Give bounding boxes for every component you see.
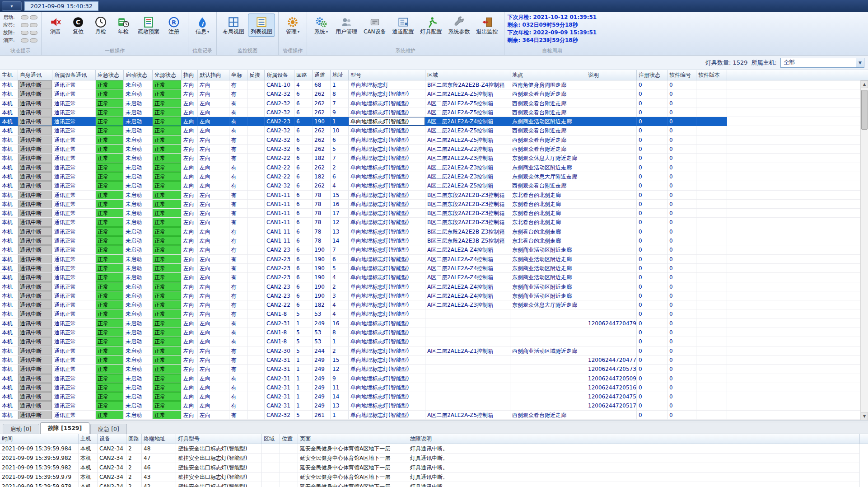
table-row[interactable]: 本机通讯中断通讯正常正常未启动正常左向左向有CAN2-3112499单向地埋标志…	[0, 374, 868, 383]
table-row[interactable]: 本机通讯中断通讯正常正常未启动正常左向左向有CAN2-32626210单向地埋标…	[0, 126, 868, 135]
column-header[interactable]: 回路	[294, 70, 313, 80]
column-header[interactable]: 坐标	[229, 70, 247, 80]
column-header[interactable]: 故障说明	[408, 434, 860, 444]
table-row[interactable]: 本机通讯中断通讯正常正常未启动正常左向左向有CAN1-85538单向地埋标志灯(…	[0, 328, 868, 337]
table-row[interactable]: 本机通讯中断通讯正常正常未启动正常左向左向有CAN1-85531单向地埋标志灯(…	[0, 337, 868, 346]
host-filter-select[interactable]: 全部 ▼	[780, 58, 864, 68]
table-row[interactable]: 本机通讯中断通讯正常正常未启动正常左向左向有CAN2-2361904单向地埋标志…	[0, 273, 868, 282]
table-row[interactable]: 本机通讯中断通讯正常正常未启动正常左向左向有CAN2-31124916单向地埋标…	[0, 319, 868, 328]
app-menu-button[interactable]: ▾	[2, 1, 22, 11]
column-header[interactable]: 页面	[298, 434, 408, 444]
fault-row[interactable]: 2021-09-09 15:39:59.982本机CAN2-34247壁挂安全出…	[0, 454, 868, 463]
column-header[interactable]: 所属设备通讯	[52, 70, 96, 80]
column-header[interactable]: 通道	[313, 70, 331, 80]
toolbar-button-system[interactable]: 系统▾	[310, 14, 332, 37]
column-header[interactable]: 终端地址	[142, 434, 176, 444]
column-header[interactable]: 主机	[0, 70, 18, 80]
fault-row[interactable]: 2021-09-09 15:39:59.982本机CAN2-34246壁挂安全出…	[0, 463, 868, 473]
table-row[interactable]: 本机通讯中断通讯正常正常未启动正常左向左向有CAN2-3262626单向地埋标志…	[0, 136, 868, 145]
toolbar-button-manage[interactable]: 管理▾	[282, 14, 303, 37]
table-row[interactable]: 本机通讯中断通讯正常正常未启动正常左向左向有CAN2-2261824单向地埋标志…	[0, 300, 868, 309]
column-header[interactable]: 区域	[262, 434, 280, 444]
toolbar-button-can-device[interactable]: CAN设备	[361, 14, 389, 37]
column-header[interactable]: 时间	[0, 434, 79, 444]
column-header[interactable]: 自身通讯	[18, 70, 52, 80]
column-header[interactable]: 启动状态	[124, 70, 153, 80]
table-row[interactable]: 本机通讯中断通讯正常正常未启动正常左向左向有CAN2-3262629单向地埋标志…	[0, 108, 868, 117]
toolbar-button-exit-monitor[interactable]: 退出监控	[474, 14, 501, 37]
column-header[interactable]: 软件编号	[667, 70, 696, 80]
table-row[interactable]: 本机通讯中断通讯正常正常未启动正常左向左向有CAN1-1167815单向地埋标志…	[0, 191, 868, 200]
tab-start[interactable]: 启动 [0]	[3, 424, 39, 434]
table-row[interactable]: 本机通讯中断通讯正常正常未启动正常左向左向有CAN2-31124913单向地埋标…	[0, 401, 868, 410]
table-row[interactable]: 本机通讯中断通讯正常正常未启动正常左向左向有CAN2-2262622单向地埋标志…	[0, 163, 868, 172]
table-row[interactable]: 本机通讯中断通讯正常正常未启动正常左向左向有CAN2-2361903单向地埋标志…	[0, 291, 868, 300]
column-header[interactable]: 所属设备	[265, 70, 294, 80]
table-row[interactable]: 本机通讯中断通讯正常正常未启动正常左向左向有CAN1-1167814单向地埋标志…	[0, 236, 868, 245]
table-row[interactable]: 本机通讯中断通讯正常正常未启动正常左向左向有CAN2-31124911单向地埋标…	[0, 383, 868, 392]
table-row[interactable]: 本机通讯中断通讯正常正常未启动正常左向左向有CAN1-1167812单向地埋标志…	[0, 218, 868, 227]
table-row[interactable]: 本机通讯中断通讯正常正常未启动正常左向左向有CAN1-1167817单向地埋标志…	[0, 209, 868, 218]
column-header[interactable]: 注册状态	[637, 70, 667, 80]
column-header[interactable]: 位置	[280, 434, 298, 444]
table-row[interactable]: 本机通讯中断通讯正常正常未启动正常左向左向有CAN2-2361902单向地埋标志…	[0, 282, 868, 291]
column-header[interactable]: 回路	[126, 434, 142, 444]
column-header[interactable]: 软件版本	[696, 70, 727, 80]
scroll-up-icon[interactable]: ▲	[861, 80, 868, 88]
tab-emergency[interactable]: 应急 [0]	[90, 424, 127, 434]
toolbar-button-layout-view[interactable]: 布局视图	[220, 14, 247, 37]
column-header[interactable]: 灯具型号	[176, 434, 262, 444]
fault-row[interactable]: 2021-09-09 15:39:59.979本机CAN2-34243壁挂安全出…	[0, 473, 868, 482]
toolbar-button-lamp-config[interactable]: 灯具配置	[418, 14, 445, 37]
toolbar-button-info[interactable]: i信息▾	[191, 14, 213, 37]
table-row[interactable]: 本机通讯中断通讯正常正常未启动正常左向左向有CAN2-31124914单向地埋标…	[0, 392, 868, 401]
table-row[interactable]: 本机通讯中断通讯正常正常未启动正常左向左向有CAN2-2261826单向地埋标志…	[0, 172, 868, 181]
toolbar-button-mute[interactable]: 消音	[45, 14, 66, 37]
toolbar-button-evacuation-plan[interactable]: 疏散预案	[135, 14, 162, 37]
column-header[interactable]: 主机	[79, 434, 98, 444]
column-header[interactable]: 地点	[510, 70, 586, 80]
scrollbar-thumb[interactable]	[861, 90, 868, 130]
table-row[interactable]: 本机通讯中断通讯正常正常未启动正常左向左向有CAN1-85534单向地埋标志灯(…	[0, 309, 868, 318]
table-row[interactable]: 本机通讯中断通讯正常正常未启动正常左向左向有CAN1-1167813单向地埋标志…	[0, 227, 868, 236]
column-header[interactable]: 指向	[182, 70, 198, 80]
table-row[interactable]: 本机通讯中断通讯正常正常未启动正常左向左向有CAN1-1167816单向地埋标志…	[0, 200, 868, 209]
column-header[interactable]: 区域	[425, 70, 510, 80]
scroll-down-icon[interactable]: ▼	[861, 412, 868, 420]
table-row[interactable]: 本机通讯中断通讯正常正常未启动正常左向左向有CAN2-2361901单向地埋标志…	[0, 117, 868, 126]
table-row[interactable]: 本机通讯中断通讯正常正常未启动正常左向左向有CAN2-3262628单向地埋标志…	[0, 89, 868, 98]
table-row[interactable]: 本机通讯中断通讯正常正常未启动正常左向左向有CAN2-2361907单向地埋标志…	[0, 245, 868, 254]
table-row[interactable]: 本机通讯中断通讯正常正常未启动正常左向左向有CAN2-31124912单向地埋标…	[0, 365, 868, 374]
table-row[interactable]: 本机通讯中断通讯正常正常未启动正常左向左向有CAN2-3262624单向地埋标志…	[0, 181, 868, 190]
table-row[interactable]: 本机通讯中断通讯正常正常未启动正常左向左向有CAN2-2361905单向地埋标志…	[0, 264, 868, 273]
table-row[interactable]: 本机通讯中断通讯正常正常未启动正常左向左向有CAN2-2361906单向地埋标志…	[0, 255, 868, 264]
table-row[interactable]: 本机通讯中断通讯正常正常未启动正常左向左向有CAN2-2261827单向地埋标志…	[0, 154, 868, 163]
table-row[interactable]: 本机通讯中断通讯正常正常未启动正常左向左向有CAN2-3252611单向地埋标志…	[0, 411, 868, 420]
toolbar-button-user-management[interactable]: 用户管理	[333, 14, 360, 37]
table-row[interactable]: 本机通讯中断通讯正常正常未启动正常左向左向有CAN2-31124915单向地埋标…	[0, 356, 868, 365]
column-header[interactable]: 光源状态	[153, 70, 182, 80]
toolbar-button-reset[interactable]: C复位	[67, 14, 89, 37]
table-row[interactable]: 本机通讯中断通讯正常正常未启动正常左向左向有CAN2-3262625单向地埋标志…	[0, 145, 868, 154]
column-header[interactable]: 地址	[331, 70, 349, 80]
fault-row[interactable]: 2021-09-09 15:39:59.984本机CAN2-34248壁挂安全出…	[0, 444, 868, 454]
column-header[interactable]: 反接	[247, 70, 265, 80]
column-header[interactable]: 应急状态	[96, 70, 124, 80]
table-row[interactable]: 本机通讯中断通讯正常正常未启动正常左向左向有CAN2-3052442单向地埋标志…	[0, 347, 868, 356]
column-header[interactable]: 说明	[586, 70, 637, 80]
column-header[interactable]: 设备	[98, 434, 126, 444]
table-row[interactable]: 本机通讯中断通讯正常正常未启动正常左向左向有CAN1-104681单向地埋标志灯…	[0, 80, 868, 89]
column-header[interactable]: 默认指向	[198, 70, 229, 80]
toolbar-button-monthly-check[interactable]: 月检	[90, 14, 112, 37]
column-header[interactable]: 型号	[349, 70, 425, 80]
toolbar-button-channel-config[interactable]: 通道配置	[390, 14, 417, 37]
toolbar-button-list-view[interactable]: 列表视图	[248, 14, 275, 37]
toolbar-button-system-params[interactable]: 系统参数	[446, 14, 473, 37]
chevron-down-icon[interactable]: ▼	[856, 58, 864, 67]
tab-fault[interactable]: 故障 [1529]	[40, 422, 90, 434]
vertical-scrollbar[interactable]: ▲ ▼	[860, 80, 868, 420]
fault-row[interactable]: 2021-09-09 15:39:59.978本机CAN2-34242壁挂安全出…	[0, 482, 868, 487]
toolbar-button-annual-check[interactable]: 年检	[112, 14, 134, 37]
table-row[interactable]: 本机通讯中断通讯正常正常未启动正常左向左向有CAN2-3262627单向地埋标志…	[0, 99, 868, 108]
toolbar-button-register[interactable]: R注册	[163, 14, 185, 37]
